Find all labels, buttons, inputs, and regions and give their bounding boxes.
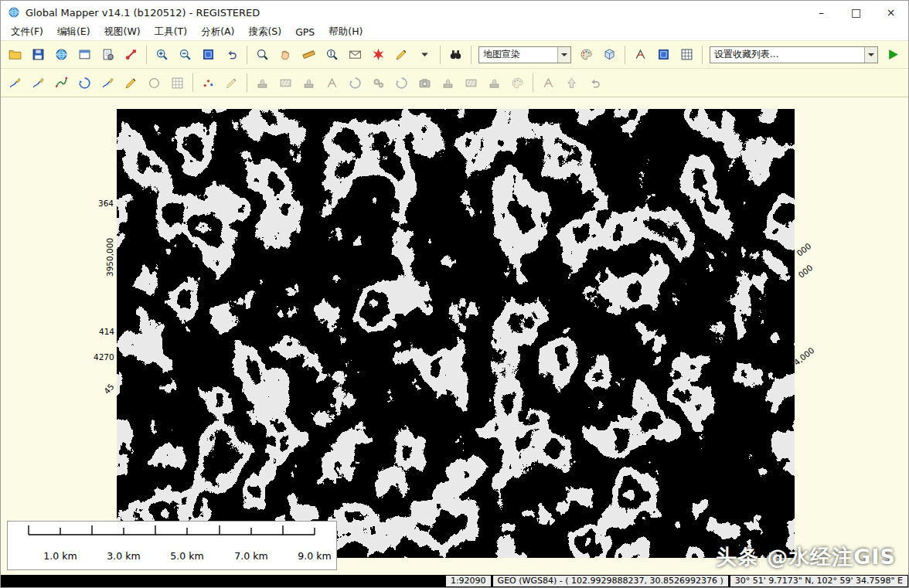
path-profile-button[interactable] [344, 43, 366, 66]
titlebar: Global Mapper v14.1 (b120512) - REGISTER… [1, 1, 908, 24]
paint-style-button[interactable] [506, 72, 529, 94]
digitizer-button[interactable] [390, 43, 413, 66]
rotate-feature-button[interactable] [344, 72, 366, 94]
burst-icon [372, 48, 385, 61]
chevron-down-icon[interactable] [557, 47, 570, 63]
snap-vertex-button[interactable] [321, 72, 343, 94]
status-projection: GEO (WGS84) - ( 102.9929888237, 30.85269… [493, 576, 728, 586]
open-data-button[interactable] [4, 43, 26, 66]
bluesq-icon [657, 48, 670, 61]
menu-edit[interactable]: 编辑(E) [50, 24, 97, 40]
move-feature-button[interactable] [251, 72, 274, 94]
save-workspace-button[interactable] [27, 43, 49, 66]
map-view[interactable] [117, 109, 795, 558]
open-workspace-button[interactable] [73, 43, 96, 66]
toolbar-separator [625, 46, 625, 64]
path-profile-3d-button[interactable] [629, 43, 652, 66]
angle-icon [634, 48, 647, 61]
create-spline-button[interactable] [73, 72, 96, 94]
scale-label: 5.0 km [170, 550, 203, 562]
toolbar-separator [146, 46, 147, 64]
zoomin-icon [155, 48, 169, 61]
scale-label: 7.0 km [234, 550, 267, 562]
shader-dropdown[interactable]: 地图宣染 [478, 46, 571, 63]
toolbar-separator [471, 46, 472, 64]
create-text-button[interactable] [220, 72, 243, 94]
clip-collar-button[interactable] [460, 72, 482, 94]
create-circle-button[interactable] [143, 72, 165, 94]
create-area-button[interactable] [97, 72, 119, 94]
apply-favorites-button[interactable] [882, 43, 904, 66]
statusbar: 1:92090 GEO (WGS84) - ( 102.9929888237, … [1, 575, 908, 587]
create-cad-feature-button[interactable] [120, 72, 142, 94]
measure-angle-button[interactable] [537, 72, 560, 94]
image-rectify-button[interactable] [414, 72, 436, 94]
toolbar-separator [247, 73, 247, 92]
hatch-icon [279, 76, 292, 90]
menu-search[interactable]: 搜索(S) [241, 24, 288, 40]
toolbar-separator [440, 46, 441, 64]
zoom-tool-button[interactable] [251, 43, 274, 66]
ruler-icon [302, 48, 315, 61]
close-button[interactable]: × [873, 1, 908, 24]
find-features-button[interactable] [444, 43, 467, 66]
view-3d-window-button[interactable] [652, 43, 675, 66]
menu-tools[interactable]: 工具(T) [148, 24, 194, 40]
feature-info-button[interactable] [321, 43, 343, 66]
mail-icon [349, 48, 362, 61]
raise-feature-button[interactable] [560, 72, 583, 94]
stamp-icon [441, 76, 454, 90]
hand-icon [279, 48, 292, 61]
pencil-icon [124, 76, 138, 90]
chevron-icon [418, 48, 431, 61]
menu-view[interactable]: 视图(W) [97, 24, 148, 40]
spin-feature-button[interactable] [390, 72, 413, 94]
show-3d-view-button[interactable] [598, 43, 621, 66]
toolbar-separator [247, 46, 247, 64]
combine-features-button[interactable] [483, 72, 506, 94]
maximize-button[interactable]: □ [839, 1, 873, 24]
more-tools-dropdown-button[interactable] [414, 43, 436, 66]
configuration-button[interactable] [120, 43, 142, 66]
menu-help[interactable]: 帮助(H) [322, 24, 369, 40]
circle-icon [148, 76, 161, 90]
grid-label: 4,000 [792, 345, 815, 367]
previous-view-button[interactable] [220, 43, 243, 66]
pencil-icon [225, 76, 238, 90]
create-grid-button[interactable] [166, 72, 189, 94]
select-features-button[interactable] [4, 72, 26, 94]
menu-analysis[interactable]: 分析(A) [194, 24, 241, 40]
zoom-in-button[interactable] [151, 43, 173, 66]
copy-features-button[interactable] [298, 72, 320, 94]
stamp-feature-button[interactable] [437, 72, 459, 94]
undo-icon [225, 48, 238, 61]
info-icon [325, 48, 339, 61]
full-extent-button[interactable] [197, 43, 220, 66]
view-shed-button[interactable] [367, 43, 390, 66]
scale-bar-ruler [8, 522, 336, 546]
menubar: 文件(F)编辑(E)视图(W)工具(T)分析(A)搜索(S)GPS帮助(H) [1, 24, 908, 41]
crop-features-button[interactable] [274, 72, 297, 94]
fence-diagram-button[interactable] [676, 43, 698, 66]
pan-tool-button[interactable] [274, 43, 297, 66]
zoom-out-button[interactable] [174, 43, 196, 66]
minimize-button[interactable]: – [804, 1, 839, 24]
create-line-button[interactable] [50, 72, 73, 94]
scale-feature-button[interactable] [367, 72, 390, 94]
app-icon [8, 6, 20, 19]
favorites-dropdown[interactable]: 设置收藏列表... [710, 46, 878, 63]
chevron-down-icon[interactable] [864, 47, 877, 63]
overlay-control-button[interactable] [97, 43, 119, 66]
edit-feature-button[interactable] [27, 72, 49, 94]
menu-gps[interactable]: GPS [288, 25, 322, 39]
undo-icon [588, 76, 601, 90]
measure-tool-button[interactable] [298, 43, 320, 66]
create-point-button[interactable] [197, 72, 220, 94]
download-online-data-button[interactable] [50, 43, 73, 66]
angle-icon [542, 76, 555, 90]
spline-icon [55, 76, 68, 90]
custom-shader-button[interactable] [575, 43, 597, 66]
menu-file[interactable]: 文件(F) [4, 24, 50, 40]
undo-edit-button[interactable] [584, 72, 606, 94]
palette-icon [511, 76, 524, 90]
